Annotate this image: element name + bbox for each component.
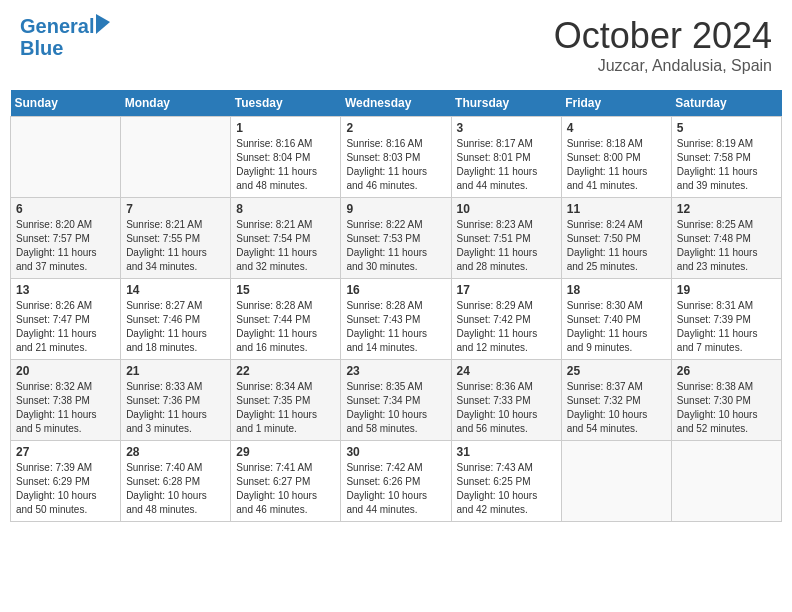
logo-blue: Blue [20, 37, 110, 59]
day-number: 1 [236, 121, 335, 135]
day-info: Sunrise: 8:35 AM Sunset: 7:34 PM Dayligh… [346, 380, 445, 436]
day-number: 7 [126, 202, 225, 216]
calendar-day-cell: 18Sunrise: 8:30 AM Sunset: 7:40 PM Dayli… [561, 279, 671, 360]
logo-text: General [20, 15, 94, 37]
calendar-week-row: 20Sunrise: 8:32 AM Sunset: 7:38 PM Dayli… [11, 360, 782, 441]
calendar-day-cell: 8Sunrise: 8:21 AM Sunset: 7:54 PM Daylig… [231, 198, 341, 279]
calendar-day-cell: 17Sunrise: 8:29 AM Sunset: 7:42 PM Dayli… [451, 279, 561, 360]
day-info: Sunrise: 7:39 AM Sunset: 6:29 PM Dayligh… [16, 461, 115, 517]
day-info: Sunrise: 8:28 AM Sunset: 7:44 PM Dayligh… [236, 299, 335, 355]
day-info: Sunrise: 8:36 AM Sunset: 7:33 PM Dayligh… [457, 380, 556, 436]
calendar-day-cell: 24Sunrise: 8:36 AM Sunset: 7:33 PM Dayli… [451, 360, 561, 441]
calendar-day-cell: 27Sunrise: 7:39 AM Sunset: 6:29 PM Dayli… [11, 441, 121, 522]
day-number: 28 [126, 445, 225, 459]
calendar-day-cell: 31Sunrise: 7:43 AM Sunset: 6:25 PM Dayli… [451, 441, 561, 522]
calendar-week-row: 6Sunrise: 8:20 AM Sunset: 7:57 PM Daylig… [11, 198, 782, 279]
calendar-day-cell: 30Sunrise: 7:42 AM Sunset: 6:26 PM Dayli… [341, 441, 451, 522]
logo: General Blue [20, 15, 110, 59]
calendar-day-cell: 21Sunrise: 8:33 AM Sunset: 7:36 PM Dayli… [121, 360, 231, 441]
calendar-day-cell: 29Sunrise: 7:41 AM Sunset: 6:27 PM Dayli… [231, 441, 341, 522]
day-info: Sunrise: 8:29 AM Sunset: 7:42 PM Dayligh… [457, 299, 556, 355]
day-number: 25 [567, 364, 666, 378]
day-info: Sunrise: 7:43 AM Sunset: 6:25 PM Dayligh… [457, 461, 556, 517]
weekday-header: Sunday [11, 90, 121, 117]
calendar-day-cell: 10Sunrise: 8:23 AM Sunset: 7:51 PM Dayli… [451, 198, 561, 279]
day-info: Sunrise: 8:24 AM Sunset: 7:50 PM Dayligh… [567, 218, 666, 274]
calendar-day-cell: 6Sunrise: 8:20 AM Sunset: 7:57 PM Daylig… [11, 198, 121, 279]
day-info: Sunrise: 8:30 AM Sunset: 7:40 PM Dayligh… [567, 299, 666, 355]
location-subtitle: Juzcar, Andalusia, Spain [554, 57, 772, 75]
calendar-day-cell: 26Sunrise: 8:38 AM Sunset: 7:30 PM Dayli… [671, 360, 781, 441]
calendar-day-cell [561, 441, 671, 522]
svg-marker-0 [96, 14, 110, 34]
day-info: Sunrise: 7:42 AM Sunset: 6:26 PM Dayligh… [346, 461, 445, 517]
day-number: 11 [567, 202, 666, 216]
day-info: Sunrise: 7:40 AM Sunset: 6:28 PM Dayligh… [126, 461, 225, 517]
day-number: 13 [16, 283, 115, 297]
day-info: Sunrise: 8:16 AM Sunset: 8:04 PM Dayligh… [236, 137, 335, 193]
weekday-header: Tuesday [231, 90, 341, 117]
day-number: 24 [457, 364, 556, 378]
calendar-day-cell: 7Sunrise: 8:21 AM Sunset: 7:55 PM Daylig… [121, 198, 231, 279]
calendar-day-cell: 14Sunrise: 8:27 AM Sunset: 7:46 PM Dayli… [121, 279, 231, 360]
calendar-day-cell: 16Sunrise: 8:28 AM Sunset: 7:43 PM Dayli… [341, 279, 451, 360]
calendar-table: SundayMondayTuesdayWednesdayThursdayFrid… [10, 90, 782, 522]
calendar-day-cell: 25Sunrise: 8:37 AM Sunset: 7:32 PM Dayli… [561, 360, 671, 441]
weekday-header: Friday [561, 90, 671, 117]
calendar-day-cell: 13Sunrise: 8:26 AM Sunset: 7:47 PM Dayli… [11, 279, 121, 360]
day-number: 20 [16, 364, 115, 378]
day-info: Sunrise: 7:41 AM Sunset: 6:27 PM Dayligh… [236, 461, 335, 517]
day-number: 15 [236, 283, 335, 297]
day-number: 3 [457, 121, 556, 135]
calendar-day-cell: 4Sunrise: 8:18 AM Sunset: 8:00 PM Daylig… [561, 117, 671, 198]
calendar-day-cell: 2Sunrise: 8:16 AM Sunset: 8:03 PM Daylig… [341, 117, 451, 198]
day-number: 26 [677, 364, 776, 378]
calendar-day-cell: 20Sunrise: 8:32 AM Sunset: 7:38 PM Dayli… [11, 360, 121, 441]
day-info: Sunrise: 8:28 AM Sunset: 7:43 PM Dayligh… [346, 299, 445, 355]
day-info: Sunrise: 8:16 AM Sunset: 8:03 PM Dayligh… [346, 137, 445, 193]
day-number: 8 [236, 202, 335, 216]
calendar-day-cell: 12Sunrise: 8:25 AM Sunset: 7:48 PM Dayli… [671, 198, 781, 279]
calendar-day-cell [671, 441, 781, 522]
day-info: Sunrise: 8:17 AM Sunset: 8:01 PM Dayligh… [457, 137, 556, 193]
day-info: Sunrise: 8:21 AM Sunset: 7:54 PM Dayligh… [236, 218, 335, 274]
day-info: Sunrise: 8:26 AM Sunset: 7:47 PM Dayligh… [16, 299, 115, 355]
day-number: 29 [236, 445, 335, 459]
day-number: 9 [346, 202, 445, 216]
day-number: 23 [346, 364, 445, 378]
day-number: 30 [346, 445, 445, 459]
calendar-day-cell: 28Sunrise: 7:40 AM Sunset: 6:28 PM Dayli… [121, 441, 231, 522]
day-info: Sunrise: 8:23 AM Sunset: 7:51 PM Dayligh… [457, 218, 556, 274]
day-number: 22 [236, 364, 335, 378]
weekday-header: Monday [121, 90, 231, 117]
calendar-day-cell: 1Sunrise: 8:16 AM Sunset: 8:04 PM Daylig… [231, 117, 341, 198]
calendar-day-cell: 19Sunrise: 8:31 AM Sunset: 7:39 PM Dayli… [671, 279, 781, 360]
calendar-day-cell [11, 117, 121, 198]
day-number: 14 [126, 283, 225, 297]
calendar-day-cell [121, 117, 231, 198]
day-number: 18 [567, 283, 666, 297]
weekday-header: Wednesday [341, 90, 451, 117]
day-info: Sunrise: 8:37 AM Sunset: 7:32 PM Dayligh… [567, 380, 666, 436]
day-info: Sunrise: 8:34 AM Sunset: 7:35 PM Dayligh… [236, 380, 335, 436]
day-info: Sunrise: 8:31 AM Sunset: 7:39 PM Dayligh… [677, 299, 776, 355]
logo-icon [96, 14, 110, 34]
day-info: Sunrise: 8:19 AM Sunset: 7:58 PM Dayligh… [677, 137, 776, 193]
day-number: 4 [567, 121, 666, 135]
day-info: Sunrise: 8:21 AM Sunset: 7:55 PM Dayligh… [126, 218, 225, 274]
weekday-header: Saturday [671, 90, 781, 117]
day-info: Sunrise: 8:25 AM Sunset: 7:48 PM Dayligh… [677, 218, 776, 274]
weekday-header: Thursday [451, 90, 561, 117]
day-info: Sunrise: 8:33 AM Sunset: 7:36 PM Dayligh… [126, 380, 225, 436]
day-info: Sunrise: 8:20 AM Sunset: 7:57 PM Dayligh… [16, 218, 115, 274]
day-number: 21 [126, 364, 225, 378]
day-info: Sunrise: 8:18 AM Sunset: 8:00 PM Dayligh… [567, 137, 666, 193]
day-number: 2 [346, 121, 445, 135]
calendar-week-row: 27Sunrise: 7:39 AM Sunset: 6:29 PM Dayli… [11, 441, 782, 522]
calendar-day-cell: 5Sunrise: 8:19 AM Sunset: 7:58 PM Daylig… [671, 117, 781, 198]
calendar-day-cell: 22Sunrise: 8:34 AM Sunset: 7:35 PM Dayli… [231, 360, 341, 441]
calendar-week-row: 13Sunrise: 8:26 AM Sunset: 7:47 PM Dayli… [11, 279, 782, 360]
day-number: 10 [457, 202, 556, 216]
day-number: 16 [346, 283, 445, 297]
calendar-day-cell: 15Sunrise: 8:28 AM Sunset: 7:44 PM Dayli… [231, 279, 341, 360]
